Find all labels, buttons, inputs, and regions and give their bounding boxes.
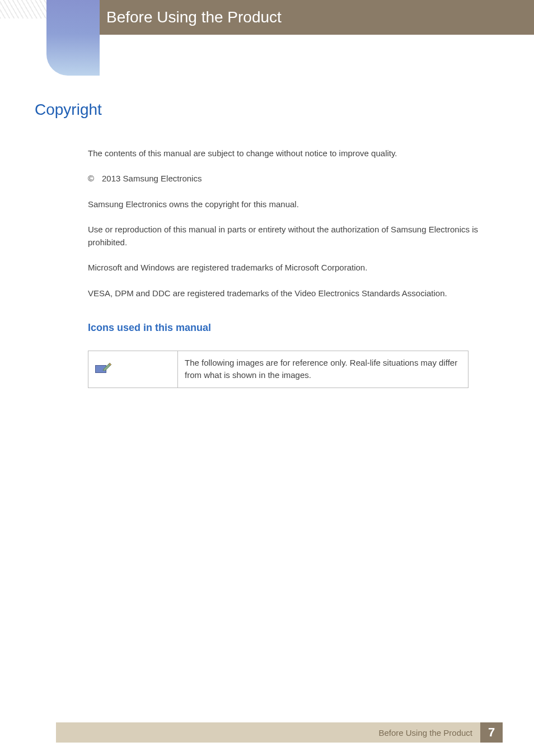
section-title: Copyright [35, 101, 499, 119]
chapter-tab-decoration [46, 0, 100, 76]
paragraph: VESA, DPM and DDC are registered tradema… [88, 287, 499, 300]
copyright-symbol: © [88, 172, 96, 185]
icon-cell [88, 351, 178, 388]
icon-description: The following images are for reference o… [178, 351, 469, 388]
paragraph: The contents of this manual are subject … [88, 147, 499, 160]
paragraph: Samsung Electronics owns the copyright f… [88, 198, 499, 211]
section-body: The contents of this manual are subject … [88, 147, 499, 388]
reference-image-icon [95, 362, 111, 373]
page-footer: Before Using the Product 7 [0, 722, 534, 743]
chapter-title: Before Using the Product [106, 8, 282, 26]
subheading-icons: Icons used in this manual [88, 322, 499, 334]
copyright-text: 2013 Samsung Electronics [102, 172, 202, 185]
footer-label: Before Using the Product [56, 722, 480, 743]
page-content: Copyright The contents of this manual ar… [35, 101, 499, 388]
copyright-line: © 2013 Samsung Electronics [88, 172, 499, 185]
chapter-header-bar: Before Using the Product [100, 0, 534, 35]
icons-table: The following images are for reference o… [88, 351, 469, 388]
paragraph: Use or reproduction of this manual in pa… [88, 223, 499, 249]
table-row: The following images are for reference o… [88, 351, 469, 388]
paragraph: Microsoft and Windows are registered tra… [88, 261, 499, 274]
page-number: 7 [480, 722, 503, 743]
